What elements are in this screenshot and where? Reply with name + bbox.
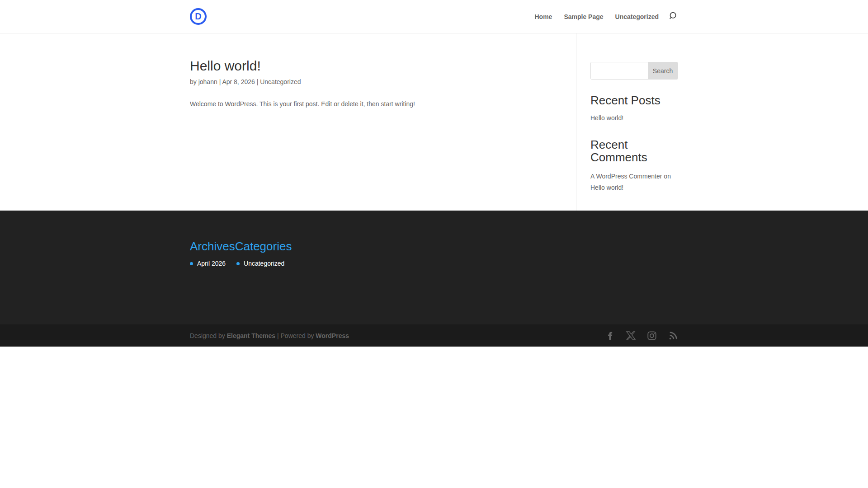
bullet-icon — [236, 262, 240, 265]
x-twitter-icon — [626, 331, 636, 340]
post-meta: by johann | Apr 8, 2026 | Uncategorized — [190, 78, 567, 85]
site-footer: ArchivesCategories April 2026 Uncategori… — [0, 211, 868, 324]
rss-link[interactable] — [668, 331, 678, 341]
divi-logo-icon: D — [190, 8, 207, 25]
bullet-icon — [190, 262, 193, 265]
meta-author-link[interactable]: johann — [198, 78, 217, 85]
meta-category-link[interactable]: Uncategorized — [260, 78, 301, 85]
site-logo[interactable]: D — [190, 8, 207, 25]
x-twitter-link[interactable] — [626, 331, 636, 340]
archive-link[interactable]: April 2026 — [197, 260, 226, 267]
category-link[interactable]: Uncategorized — [244, 260, 284, 267]
footer-widget-lists: April 2026 Uncategorized — [190, 260, 678, 267]
content-sidebar-divider — [576, 33, 576, 211]
footer-widget-titles: ArchivesCategories — [190, 240, 678, 252]
archives-list-item: April 2026 — [190, 260, 226, 267]
recent-comments-title: Recent Comments — [590, 139, 678, 164]
recent-post-link[interactable]: Hello world! — [590, 114, 623, 122]
nav-link-uncategorized[interactable]: Uncategorized — [615, 13, 659, 20]
recent-posts-title: Recent Posts — [590, 94, 678, 107]
logo-letter: D — [195, 12, 201, 21]
recent-comment-item: A WordPress Commenter on Hello world! — [590, 171, 678, 193]
main-content: Hello world! by johann | Apr 8, 2026 | U… — [0, 33, 868, 211]
instagram-link[interactable] — [647, 331, 657, 341]
designed-by-label: Designed by — [190, 332, 225, 339]
instagram-icon — [647, 331, 657, 341]
archives-widget-title: Archives — [190, 239, 235, 253]
site-header: D Home Sample Page Uncategorized — [0, 0, 868, 33]
comment-author-link[interactable]: A WordPress Commenter — [590, 173, 662, 180]
post-title-link[interactable]: Hello world! — [190, 58, 261, 73]
footer-bottom-bar: Designed by Elegant Themes | Powered by … — [0, 324, 868, 347]
nav-item-uncategorized: Uncategorized — [615, 13, 659, 21]
sidebar-search-submit-button[interactable]: Search — [648, 62, 678, 79]
meta-by-label: by — [190, 78, 197, 85]
comment-post-link[interactable]: Hello world! — [590, 184, 623, 191]
footer-credits: Designed by Elegant Themes | Powered by … — [190, 332, 349, 339]
meta-separator: | — [219, 78, 221, 85]
rss-icon — [668, 331, 678, 341]
meta-separator: | — [257, 78, 259, 85]
wordpress-link[interactable]: WordPress — [316, 332, 349, 339]
categories-list-item: Uncategorized — [236, 260, 284, 267]
elegant-themes-link[interactable]: Elegant Themes — [227, 332, 275, 339]
post-excerpt: Welcome to WordPress. This is your first… — [190, 99, 567, 110]
post-title: Hello world! — [190, 58, 567, 73]
meta-date-link[interactable]: Apr 8, 2026 — [222, 78, 255, 85]
post-article: Hello world! by johann | Apr 8, 2026 | U… — [190, 33, 567, 110]
list-item: Hello world! — [590, 113, 678, 124]
nav-link-sample-page[interactable]: Sample Page — [564, 13, 603, 20]
facebook-link[interactable] — [606, 331, 615, 340]
categories-widget-title: Categories — [235, 239, 292, 253]
nav-item-sample-page: Sample Page — [564, 13, 603, 21]
header-search-button[interactable] — [669, 11, 678, 22]
page: D Home Sample Page Uncategorized — [0, 0, 868, 488]
social-links — [606, 331, 678, 341]
powered-by-label: | Powered by — [277, 332, 314, 339]
primary-nav: Home Sample Page Uncategorized — [534, 11, 678, 22]
sidebar-search-input[interactable] — [591, 62, 648, 79]
search-icon — [669, 11, 678, 22]
nav-item-home: Home — [534, 13, 552, 21]
sidebar-search-form: Search — [590, 62, 678, 80]
nav-link-home[interactable]: Home — [534, 13, 552, 20]
nav-list: Home Sample Page Uncategorized — [534, 13, 659, 21]
facebook-icon — [606, 331, 615, 340]
recent-posts-list: Hello world! — [590, 113, 678, 124]
comment-connector: on — [664, 173, 671, 180]
sidebar: Search Recent Posts Hello world! Recent … — [590, 33, 678, 193]
